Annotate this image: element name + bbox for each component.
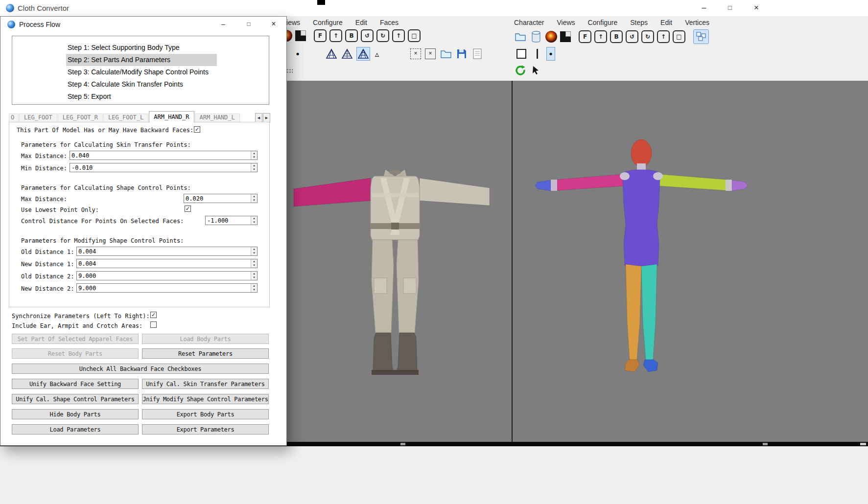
unify-skin-transfer-button[interactable]: Unify Cal. Skin Transfer Parameters (142, 379, 269, 389)
menu-faces[interactable]: Faces (380, 19, 399, 26)
tab-arm-hand-r[interactable]: ARM_HAND_R (149, 111, 194, 123)
apparel-model[interactable] (289, 161, 499, 384)
view-back-button-2[interactable]: B (610, 30, 623, 43)
new-distance-1-input[interactable]: 0.004 ▴▾ (76, 259, 258, 268)
cut-faces-icon[interactable]: × (410, 48, 421, 59)
skin-max-distance-input[interactable]: 0.040 ▴▾ (70, 151, 258, 160)
skin-max-distance-value: 0.040 (71, 152, 89, 159)
unify-shape-control-button[interactable]: Unify Cal. Shape Control Parameters (12, 394, 139, 404)
use-lowest-point-checkbox[interactable]: ✓ (185, 206, 191, 212)
delete-faces-icon[interactable]: × (425, 48, 436, 59)
tab-scroll-left-button[interactable]: ◀ (255, 113, 262, 123)
hide-body-parts-button[interactable]: Hide Body Parts (12, 409, 139, 419)
old-distance-2-input[interactable]: 9.000 ▴▾ (76, 271, 258, 280)
new-distance-2-input[interactable]: 9.000 ▴▾ (76, 283, 258, 293)
cubes-view-toggle[interactable] (693, 29, 709, 44)
tab-leg-foot-r[interactable]: LEG_FOOT_R (58, 114, 103, 122)
view-front-button-2[interactable]: F (579, 30, 591, 43)
close-button[interactable]: × (746, 0, 767, 16)
point-mode-icon-selected[interactable]: • (546, 47, 555, 61)
use-lowest-point-label: Use Lowest Point Only: (21, 206, 99, 214)
view-box-button-2[interactable]: □ (673, 30, 685, 43)
square-outline-icon[interactable] (515, 47, 528, 60)
rotate-cw-button[interactable]: ↻ (376, 29, 389, 42)
control-distance-input[interactable]: -1.000 ▴▾ (205, 216, 258, 225)
view-up-button-2[interactable]: ↑ (657, 30, 670, 43)
dialog-minimize-button[interactable]: – (212, 17, 234, 32)
menu-steps[interactable]: Steps (630, 19, 648, 26)
shape-max-distance-input[interactable]: 0.020 ▴▾ (184, 194, 258, 203)
maximize-button[interactable]: □ (720, 0, 740, 16)
point-mode-icon[interactable]: • (294, 47, 302, 60)
dialog-close-button[interactable]: × (263, 17, 284, 32)
export-parameters-button[interactable]: Export Parameters (142, 424, 269, 435)
texture-icon[interactable] (295, 30, 306, 41)
rotate-cw-button-2[interactable]: ↻ (641, 30, 654, 43)
open-file-icon[interactable] (440, 47, 452, 60)
menubar-right: Character Views Configure Steps Edit Ver… (514, 16, 709, 29)
old-distance-1-input[interactable]: 0.004 ▴▾ (76, 247, 258, 256)
load-parameters-button[interactable]: Load Parameters (12, 424, 139, 435)
dialog-title: Process Flow (19, 17, 60, 32)
menu-edit-2[interactable]: Edit (660, 19, 672, 26)
view-top-button-2[interactable]: ↑ (594, 30, 607, 43)
menu-edit[interactable]: Edit (355, 19, 367, 26)
export-body-parts-button[interactable]: Export Body Parts (142, 409, 269, 419)
shape-max-distance-label: Max Distance: (21, 196, 67, 203)
vertical-line-icon[interactable] (531, 47, 543, 60)
tab-leg-foot-l[interactable]: LEG_FOOT_L (103, 114, 148, 122)
view-back-button[interactable]: B (345, 29, 358, 42)
include-areas-label: Include Ear, Armpit and Crotch Areas: (12, 322, 142, 330)
reset-parameters-button[interactable]: Reset Parameters (142, 348, 269, 359)
include-areas-checkbox[interactable] (150, 321, 157, 328)
rotate-ccw-button-2[interactable]: ↺ (626, 30, 638, 43)
backward-faces-checkbox[interactable]: ✓ (194, 126, 200, 133)
rotate-ccw-button[interactable]: ↺ (361, 29, 374, 42)
unify-modify-shape-button[interactable]: Jnify Modify Shape Control Parameters (142, 394, 269, 404)
mesh-triangle-icon-2[interactable] (341, 47, 353, 60)
tab-arm-hand-l[interactable]: ARM_HAND_L (195, 114, 240, 122)
view-up-button[interactable]: ↑ (392, 29, 405, 42)
select-cursor-icon[interactable] (530, 64, 542, 77)
menu-character[interactable]: Character (514, 19, 544, 26)
material-sphere-icon-2[interactable] (545, 31, 557, 43)
menu-configure[interactable]: Configure (313, 19, 343, 26)
menu-views-2[interactable]: Views (557, 19, 575, 26)
save-icon[interactable] (455, 47, 468, 60)
tab-leg-foot[interactable]: LEG_FOOT (19, 114, 57, 122)
reset-body-parts-button: Reset Body Parts (12, 348, 139, 359)
old-distance-1-label: Old Distance 1: (21, 249, 74, 256)
menu-configure-2[interactable]: Configure (588, 19, 618, 26)
tab-scroll-right-button[interactable]: ▶ (263, 113, 270, 123)
mesh-triangle-icon-selected[interactable] (356, 47, 370, 61)
step-item-2-selected[interactable]: Step 2: Set Parts And Parameters (66, 54, 217, 66)
body-model[interactable] (529, 131, 764, 386)
view-front-button[interactable]: F (314, 29, 327, 42)
open-folder-icon[interactable] (514, 30, 527, 43)
step-item-3[interactable]: Step 3: Calculate/Modify Shape Control P… (66, 66, 217, 78)
step-item-4[interactable]: Step 4: Calculate Skin Transfer Points (66, 78, 217, 91)
refresh-icon[interactable] (514, 64, 527, 77)
tab-clipped[interactable]: O (9, 114, 19, 122)
view-top-button[interactable]: ↑ (329, 29, 342, 42)
cylinder-icon[interactable] (530, 30, 542, 43)
bottom-bar-corner-grip (860, 443, 866, 445)
sync-parameters-checkbox[interactable]: ✓ (150, 312, 157, 318)
uncheck-all-backward-button[interactable]: Uncheck All Backward Face Checkboxes (12, 364, 269, 374)
dialog-maximize-button[interactable]: □ (238, 17, 259, 32)
small-triangle-icon[interactable]: ▵ (373, 47, 381, 60)
step-item-5[interactable]: Step 5: Export (66, 91, 217, 103)
skin-min-distance-input[interactable]: -0.010 ▴▾ (70, 163, 258, 172)
step-item-1[interactable]: Step 1: Select Supporting Body Type (66, 42, 217, 54)
document-icon[interactable] (471, 47, 484, 60)
unify-backward-face-button[interactable]: Unify Backward Face Setting (12, 379, 139, 389)
view-box-button[interactable]: □ (408, 29, 421, 42)
backward-faces-label: This Part Of Model Has or May Have Backw… (17, 127, 193, 134)
viewport-body[interactable] (513, 81, 868, 442)
mesh-triangle-icon-1[interactable] (325, 47, 338, 60)
menu-vertices[interactable]: Vertices (685, 19, 709, 26)
old-distance-1-value: 0.004 (78, 248, 96, 255)
titlebar: Cloth Convertor – □ × (0, 0, 868, 16)
minimize-button[interactable]: – (694, 0, 714, 16)
texture-icon-2[interactable] (560, 31, 571, 42)
